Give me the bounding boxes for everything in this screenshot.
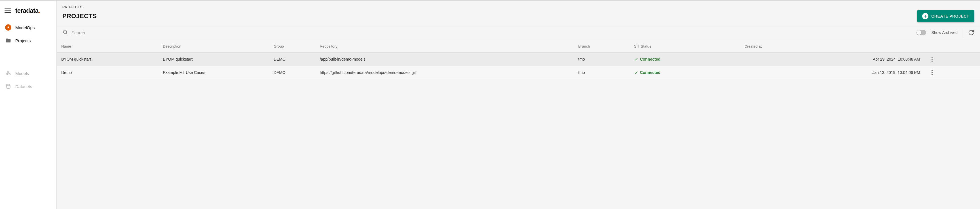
- folder-icon: [5, 37, 11, 44]
- cell-menu: [925, 53, 980, 66]
- menu-icon[interactable]: [5, 7, 11, 14]
- create-project-button[interactable]: + CREATE PROJECT: [917, 10, 974, 22]
- col-repository[interactable]: Repository: [315, 40, 574, 53]
- col-git-status[interactable]: GIT Status: [629, 40, 740, 53]
- svg-point-0: [6, 74, 8, 75]
- cell-name: BYOM quickstart: [57, 53, 158, 66]
- refresh-button[interactable]: [968, 30, 974, 36]
- svg-point-3: [6, 84, 10, 86]
- cell-repository: /app/built-in/demo-models: [315, 53, 574, 66]
- page-title: PROJECTS: [62, 13, 97, 20]
- table-row[interactable]: Demo Example ML Use Cases DEMO https://g…: [57, 66, 980, 79]
- sidebar-item-label: Datasets: [15, 84, 32, 89]
- cell-name: Demo: [57, 66, 158, 79]
- row-menu-button[interactable]: [929, 70, 935, 75]
- cell-description: Example ML Use Cases: [158, 66, 269, 79]
- breadcrumb: PROJECTS: [62, 5, 974, 9]
- sidebar-item-models[interactable]: Models: [0, 67, 56, 80]
- brand-dot: .: [38, 7, 40, 14]
- toolbar: Show Archived: [57, 25, 980, 40]
- svg-point-1: [9, 74, 11, 75]
- table-header-row: Name Description Group Repository Branch…: [57, 40, 980, 53]
- cell-branch: tmo: [574, 53, 629, 66]
- sidebar-item-label: Projects: [15, 38, 30, 43]
- sidebar: teradata. ModelOps Projects Models: [0, 0, 57, 209]
- cell-group: DEMO: [269, 53, 315, 66]
- row-menu-button[interactable]: [929, 57, 935, 62]
- sidebar-item-label: Models: [15, 71, 29, 76]
- brand-name: teradata: [15, 7, 38, 14]
- col-branch[interactable]: Branch: [574, 40, 629, 53]
- git-status-text: Connected: [640, 57, 660, 62]
- cell-repository: https://github.com/teradata/modelops-dem…: [315, 66, 574, 79]
- check-icon: [634, 57, 638, 62]
- search-input[interactable]: [72, 30, 916, 35]
- cell-branch: tmo: [574, 66, 629, 79]
- cell-git-status: Connected: [629, 66, 740, 79]
- col-description[interactable]: Description: [158, 40, 269, 53]
- show-archived-label: Show Archived: [931, 30, 958, 35]
- main-content: PROJECTS PROJECTS + CREATE PROJECT Show …: [57, 0, 980, 209]
- table-row[interactable]: BYOM quickstart BYOM quickstart DEMO /ap…: [57, 53, 980, 66]
- datasets-icon: [5, 83, 11, 90]
- plus-icon: +: [922, 13, 928, 19]
- svg-point-2: [8, 71, 9, 73]
- cell-created-at: Apr 29, 2024, 10:08:48 AM: [740, 53, 924, 66]
- git-status-text: Connected: [640, 70, 660, 75]
- col-created-at[interactable]: Created at: [740, 40, 924, 53]
- sidebar-header: teradata.: [0, 0, 56, 21]
- cell-menu: [925, 66, 980, 79]
- cell-created-at: Jan 13, 2019, 10:04:06 PM: [740, 66, 924, 79]
- cell-group: DEMO: [269, 66, 315, 79]
- sidebar-item-modelops[interactable]: ModelOps: [0, 21, 56, 34]
- col-menu: [925, 40, 980, 53]
- sidebar-item-projects[interactable]: Projects: [0, 34, 56, 47]
- col-group[interactable]: Group: [269, 40, 315, 53]
- models-icon: [5, 70, 11, 76]
- cell-description: BYOM quickstart: [158, 53, 269, 66]
- sidebar-item-label: ModelOps: [15, 25, 35, 30]
- modelops-icon: [5, 24, 11, 30]
- svg-point-4: [63, 30, 67, 33]
- create-project-label: CREATE PROJECT: [931, 14, 969, 18]
- search-icon[interactable]: [62, 29, 68, 36]
- check-icon: [634, 70, 638, 75]
- cell-git-status: Connected: [629, 53, 740, 66]
- projects-table: Name Description Group Repository Branch…: [57, 40, 980, 79]
- page-header: PROJECTS PROJECTS + CREATE PROJECT: [57, 0, 980, 25]
- brand-logo[interactable]: teradata.: [15, 7, 40, 14]
- show-archived-toggle[interactable]: [916, 30, 926, 35]
- col-name[interactable]: Name: [57, 40, 158, 53]
- sidebar-item-datasets[interactable]: Datasets: [0, 80, 56, 93]
